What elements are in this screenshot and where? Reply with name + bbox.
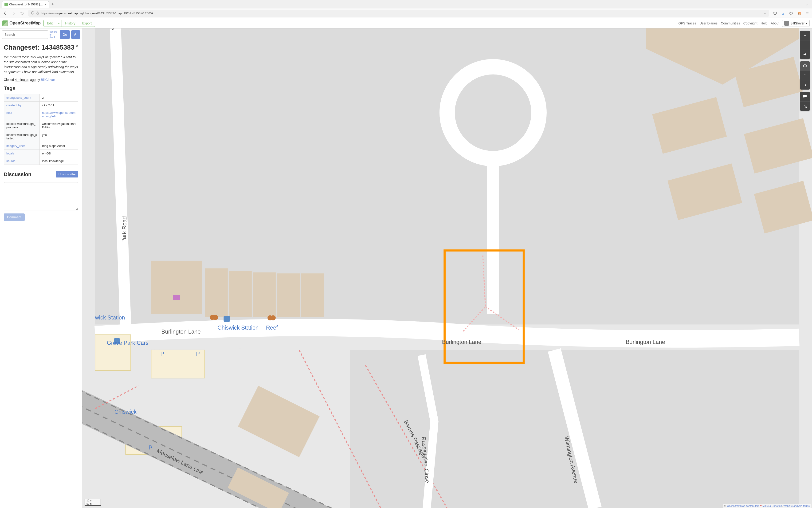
- label-huntingdon: Huntingdon Gardens: [95, 29, 147, 30]
- tag-key-link[interactable]: locale: [6, 152, 14, 155]
- tag-key-link[interactable]: changesets_count: [6, 96, 31, 99]
- svg-point-27: [213, 315, 218, 320]
- changeset-meta: Closed 4 minutes ago by BillGlover: [4, 78, 78, 82]
- zoom-out-button[interactable]: −: [800, 40, 810, 50]
- attribution: © OpenStreetMap contributors ♥ Make a Do…: [723, 504, 811, 508]
- nav-user-diaries[interactable]: User Diaries: [700, 22, 718, 25]
- download-icon[interactable]: [781, 11, 785, 15]
- extensions-icon[interactable]: [789, 11, 793, 15]
- svg-point-34: [805, 74, 805, 75]
- url-text: https://www.openstreetmap.org/changeset/…: [41, 11, 762, 15]
- toolbar-icons: 🐹: [773, 11, 809, 15]
- query-button[interactable]: ?: [800, 101, 810, 111]
- forward-button[interactable]: [11, 11, 16, 15]
- tags-heading: Tags: [4, 85, 78, 91]
- label-chiswick: Chiswick: [115, 409, 137, 415]
- primary-nav: Edit ▾ History Export: [43, 20, 95, 27]
- close-icon[interactable]: ×: [44, 3, 46, 6]
- key-button[interactable]: [800, 71, 810, 80]
- shield-icon: [31, 11, 34, 15]
- attrib-contributors-link[interactable]: OpenStreetMap contributors: [727, 505, 759, 507]
- url-bar[interactable]: https://www.openstreetmap.org/changeset/…: [28, 10, 769, 17]
- locate-icon: [803, 52, 807, 57]
- nav-gps-traces[interactable]: GPS Traces: [678, 22, 696, 25]
- scale-metric: 10 m: [85, 499, 101, 502]
- map-controls: + −: [800, 31, 810, 111]
- back-button[interactable]: [3, 11, 7, 15]
- browser-tab[interactable]: Changeset: 143485383 | OpenS ×: [2, 1, 49, 8]
- tag-key-link[interactable]: created_by: [6, 103, 21, 107]
- search-input[interactable]: [2, 30, 48, 39]
- nav-communities[interactable]: Communities: [721, 22, 740, 25]
- changeset-description: I've marked these two ways as "private".…: [4, 55, 78, 75]
- directions-button[interactable]: [71, 30, 80, 39]
- tag-key-link[interactable]: source: [6, 159, 15, 163]
- table-row: sourcelocal knowledge: [4, 157, 78, 165]
- comment-button[interactable]: Comment: [4, 213, 25, 221]
- pocket-icon[interactable]: [773, 11, 777, 15]
- tag-key-link[interactable]: host: [6, 111, 12, 115]
- map-canvas[interactable]: P P P Huntingdon Gardens Park Road Burli…: [82, 29, 812, 508]
- nav-bar: https://www.openstreetmap.org/changeset/…: [0, 8, 812, 18]
- table-row: localeen-GB: [4, 150, 78, 157]
- table-row: changesets_count2: [4, 94, 78, 101]
- unsubscribe-button[interactable]: Unsubscribe: [56, 171, 78, 177]
- app-menu-icon[interactable]: [805, 11, 809, 15]
- secondary-nav: GPS Traces User Diaries Communities Copy…: [678, 22, 779, 25]
- svg-text:?: ?: [805, 104, 806, 107]
- svg-rect-24: [224, 316, 230, 322]
- tab-bar: Changeset: 143485383 | OpenS × + ⌄: [0, 0, 812, 8]
- table-row: created_byiD 2.27.1: [4, 101, 78, 109]
- discussion-heading: Discussion: [4, 171, 31, 177]
- osm-logo-icon: [2, 20, 8, 26]
- osm-header: OpenStreetMap Edit ▾ History Export GPS …: [0, 18, 812, 29]
- svg-point-29: [271, 315, 276, 321]
- nav-about[interactable]: About: [771, 22, 779, 25]
- close-panel-button[interactable]: ×: [76, 43, 78, 49]
- svg-text:P: P: [196, 350, 200, 357]
- main-layout: Where is this? Go Changeset: 143485383 ×…: [0, 29, 812, 508]
- history-button[interactable]: History: [61, 20, 79, 27]
- note-button[interactable]: [800, 92, 810, 101]
- svg-rect-10: [151, 261, 202, 314]
- tags-table: changesets_count2created_byiD 2.27.1host…: [4, 94, 78, 165]
- nav-copyright[interactable]: Copyright: [743, 22, 758, 25]
- svg-text:P: P: [148, 444, 152, 451]
- osm-logo[interactable]: OpenStreetMap: [2, 20, 41, 26]
- tag-value-link[interactable]: https://www.openstreetmap.org/edit: [42, 111, 76, 118]
- avatar: [784, 21, 789, 26]
- search-go-button[interactable]: Go: [60, 30, 70, 39]
- table-row: ideditor:walkthrough_startedyes: [4, 131, 78, 142]
- svg-rect-30: [173, 295, 180, 300]
- author-link[interactable]: BillGlover: [41, 78, 55, 82]
- tag-key-link[interactable]: imagery_used: [6, 144, 26, 147]
- zoom-in-button[interactable]: +: [800, 31, 810, 40]
- table-row: imagery_usedBing Maps Aerial: [4, 142, 78, 150]
- label-chiswick-station: Chiswick Station: [217, 325, 259, 331]
- label-wick-station: wick Station: [95, 314, 125, 321]
- addon-icon[interactable]: 🐹: [797, 11, 801, 15]
- edit-button[interactable]: Edit: [43, 20, 56, 27]
- user-menu[interactable]: BillGlover ▾: [782, 20, 810, 27]
- layers-button[interactable]: [800, 61, 810, 71]
- closed-time: 4 minutes ago: [15, 78, 36, 82]
- attrib-terms-link[interactable]: Website and API terms: [783, 505, 810, 507]
- attrib-donate-link[interactable]: Make a Donation: [762, 505, 782, 507]
- bookmark-star-icon[interactable]: ☆: [764, 11, 766, 15]
- table-row: hosthttps://www.openstreetmap.org/edit: [4, 109, 78, 120]
- svg-rect-12: [229, 271, 252, 316]
- svg-rect-13: [253, 272, 276, 318]
- reload-button[interactable]: [20, 11, 25, 15]
- nav-help[interactable]: Help: [761, 22, 768, 25]
- map[interactable]: P P P Huntingdon Gardens Park Road Burli…: [82, 29, 812, 508]
- comment-textarea[interactable]: [4, 182, 78, 210]
- share-button[interactable]: [800, 80, 810, 90]
- svg-rect-11: [205, 268, 228, 317]
- where-is-this-link[interactable]: Where is this?: [50, 30, 58, 39]
- svg-point-1: [77, 36, 77, 36]
- locate-button[interactable]: [800, 50, 810, 59]
- tab-overflow-button[interactable]: ⌄: [804, 2, 810, 6]
- edit-dropdown-button[interactable]: ▾: [56, 20, 62, 27]
- export-button[interactable]: Export: [79, 20, 95, 27]
- new-tab-button[interactable]: +: [50, 1, 55, 7]
